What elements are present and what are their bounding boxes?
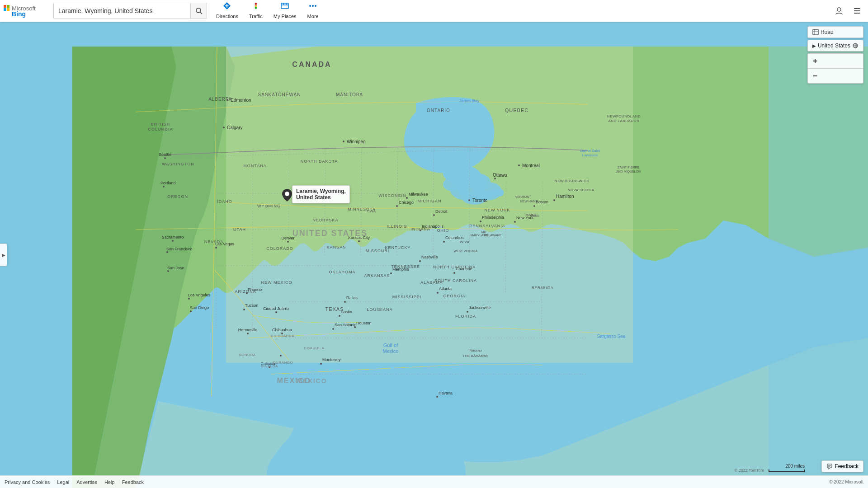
svg-text:ARKANSAS: ARKANSAS [364, 273, 390, 278]
legal-link[interactable]: Legal [57, 479, 69, 485]
svg-text:New York: New York [516, 216, 534, 220]
zoom-in-button[interactable]: + [808, 54, 822, 68]
svg-text:GEORGIA: GEORGIA [443, 294, 465, 298]
zoom-out-button[interactable]: − [808, 69, 822, 83]
svg-text:Memphis: Memphis [392, 267, 409, 272]
svg-text:Tucson: Tucson [245, 303, 258, 308]
search-button[interactable] [190, 3, 207, 19]
svg-point-143 [406, 197, 408, 199]
svg-point-16 [309, 5, 311, 7]
svg-text:NEW YORK: NEW YORK [485, 208, 510, 212]
svg-text:Charlotte: Charlotte [456, 267, 472, 271]
svg-point-169 [480, 221, 481, 222]
svg-point-6 [196, 8, 201, 13]
svg-text:San Jose: San Jose [167, 266, 184, 270]
svg-text:NEBRASKA: NEBRASKA [312, 218, 338, 222]
svg-point-157 [344, 301, 346, 303]
svg-text:Atlanta: Atlanta [439, 286, 452, 291]
svg-point-17 [312, 5, 314, 7]
svg-point-11 [255, 7, 257, 9]
svg-point-65 [494, 178, 496, 179]
svg-text:AND MIQUELON: AND MIQUELON [616, 170, 641, 174]
svg-text:SASKATCHEWAN: SASKATCHEWAN [258, 92, 301, 97]
bing-logo[interactable]: Microsoft Bing [4, 4, 49, 18]
svg-text:WASHINGTON: WASHINGTON [162, 162, 194, 166]
svg-text:KENTUCKY: KENTUCKY [385, 245, 410, 250]
svg-text:Bing: Bing [12, 10, 26, 18]
svg-text:IDAHO: IDAHO [217, 199, 232, 204]
svg-text:UTAH: UTAH [233, 227, 246, 232]
svg-point-137 [287, 241, 289, 243]
svg-text:NEW HAMP: NEW HAMP [520, 200, 538, 203]
svg-text:Mexico: Mexico [383, 348, 399, 354]
svg-text:Sargasso Sea: Sargasso Sea [597, 334, 626, 339]
svg-text:Denver: Denver [281, 236, 294, 240]
svg-text:THE BAHAMAS: THE BAHAMAS [462, 354, 488, 358]
svg-point-145 [433, 214, 435, 216]
svg-text:Phoenix: Phoenix [248, 287, 263, 292]
location-pin[interactable]: WYOMING Laramie, Wyoming,United States [282, 189, 292, 203]
svg-point-147 [390, 272, 392, 274]
svg-text:Gulf of: Gulf of [383, 343, 398, 348]
svg-text:Philadelphia: Philadelphia [482, 215, 504, 220]
svg-text:MANITOBA: MANITOBA [336, 92, 363, 97]
svg-text:Nashville: Nashville [421, 255, 438, 259]
svg-text:FLORIDA: FLORIDA [455, 314, 476, 319]
svg-point-141 [396, 205, 398, 207]
svg-text:Milwaukee: Milwaukee [409, 192, 428, 197]
advertise-link[interactable]: Advertise [76, 479, 97, 485]
my-places-icon [280, 1, 289, 13]
feedback-button[interactable]: Feedback [821, 460, 863, 472]
svg-rect-1 [7, 5, 9, 8]
directions-label: Directions [216, 14, 238, 19]
svg-text:NEW BRUNSWICK: NEW BRUNSWICK [555, 179, 589, 183]
svg-point-117 [164, 157, 166, 159]
svg-text:SAINT PIERRE: SAINT PIERRE [618, 166, 640, 169]
svg-text:Columbus: Columbus [445, 235, 464, 240]
svg-text:Houston: Houston [356, 321, 372, 325]
sidebar-toggle[interactable]: ▶ [0, 244, 7, 266]
svg-text:MONTANA: MONTANA [243, 164, 266, 168]
svg-point-59 [223, 127, 225, 128]
scale-bar: 200 miles [769, 464, 805, 472]
svg-line-7 [200, 12, 202, 14]
svg-text:CHIHUAHUA: CHIHUAHUA [271, 334, 294, 338]
nav-traffic[interactable]: Traffic [244, 0, 268, 22]
svg-text:Sacramento: Sacramento [162, 235, 184, 239]
search-input[interactable]: Laramie, Wyoming, United States [54, 3, 190, 19]
svg-text:Edmonton: Edmonton [231, 98, 251, 103]
svg-text:LOUISIANA: LOUISIANA [367, 307, 392, 312]
feedback-btn-label: Feedback [835, 463, 859, 469]
nav-directions[interactable]: Directions [211, 0, 244, 22]
nav-my-places[interactable]: My Places [268, 0, 302, 22]
copyright-text: © 2022 Microsoft [829, 479, 863, 484]
feedback-footer-link[interactable]: Feedback [122, 479, 144, 485]
svg-text:WISCONSIN: WISCONSIN [378, 193, 406, 198]
menu-button[interactable] [850, 4, 864, 18]
svg-text:NORTH DAKOTA: NORTH DAKOTA [301, 159, 338, 164]
map-container[interactable]: CANADA BRITISH COLUMBIA ALBERTA SASKATCH… [0, 22, 868, 488]
footer-copyright: © 2022 Microsoft [829, 479, 863, 484]
directions-icon [222, 1, 231, 13]
svg-text:Los Angeles: Los Angeles [188, 293, 211, 297]
nav-more[interactable]: More [302, 0, 324, 22]
header: Microsoft Bing Laramie, Wyoming, United … [0, 0, 868, 22]
help-link[interactable]: Help [104, 479, 115, 485]
svg-text:OHIO: OHIO [437, 228, 449, 233]
user-button[interactable] [832, 4, 846, 18]
svg-text:WYOMING: WYOMING [257, 204, 281, 208]
svg-text:ONTARIO: ONTARIO [427, 108, 450, 113]
traffic-label: Traffic [249, 14, 263, 19]
privacy-link[interactable]: Privacy and Cookies [5, 479, 50, 485]
svg-text:James Bay: James Bay [459, 99, 480, 103]
svg-point-151 [453, 272, 455, 274]
road-view-button[interactable]: Road [807, 26, 863, 38]
svg-text:Hermosillo: Hermosillo [238, 328, 258, 332]
svg-text:Montreal: Montreal [522, 163, 540, 168]
region-button[interactable]: ▶ United States [807, 40, 863, 52]
svg-point-167 [443, 241, 445, 243]
svg-text:MD: MD [481, 230, 486, 234]
svg-point-121 [172, 240, 174, 242]
svg-text:IOWA: IOWA [365, 209, 376, 213]
svg-text:NEWFOUNDLAND: NEWFOUNDLAND [607, 114, 641, 118]
